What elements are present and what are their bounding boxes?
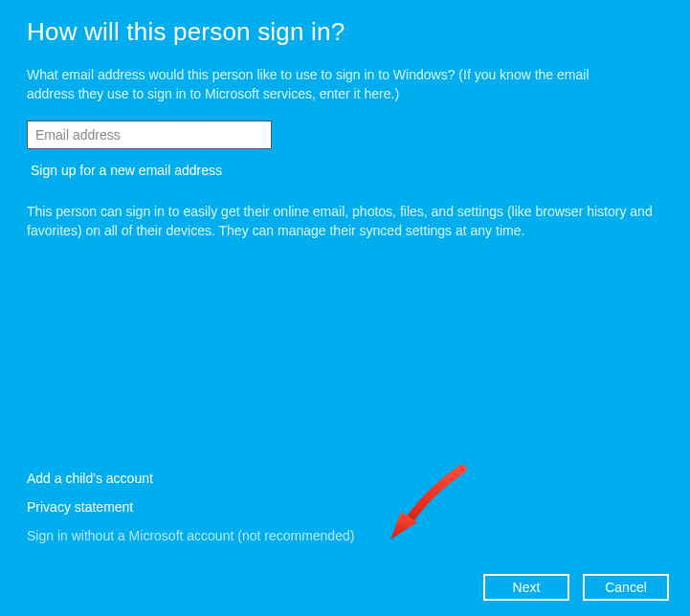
signup-new-email-link[interactable]: Sign up for a new email address [31,163,222,178]
cancel-button[interactable]: Cancel [583,574,669,601]
email-input[interactable] [27,121,272,149]
page-title: How will this person sign in? [27,17,663,47]
description-text: What email address would this person lik… [27,66,639,103]
next-button[interactable]: Next [483,574,569,601]
add-child-account-link[interactable]: Add a child's account [27,471,354,486]
signin-without-ms-account-link[interactable]: Sign in without a Microsoft account (not… [27,528,354,543]
annotation-arrow-icon [390,463,477,549]
svg-marker-0 [390,512,417,539]
privacy-statement-link[interactable]: Privacy statement [27,499,354,515]
info-text: This person can sign in to easily get th… [27,203,658,240]
